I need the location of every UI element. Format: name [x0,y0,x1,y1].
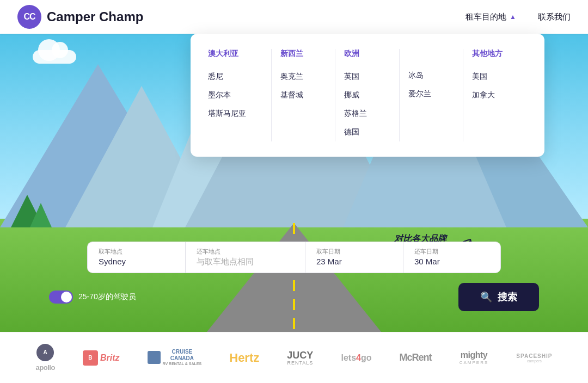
dropdown-col-australia: 澳大利亚 悉尼 墨尔本 塔斯马尼亚 [208,49,272,141]
chevron-down-icon: ▲ [510,13,516,21]
brand-mcrent: McRent [400,352,432,363]
dropdown-col-other: 其他地方 美国 加拿大 [463,49,527,141]
driver-age-toggle[interactable] [49,291,73,304]
bush-left-2 [30,203,52,227]
dropdown-col-nz: 新西兰 奥克兰 基督城 [272,49,335,141]
nav-destinations[interactable]: 租车目的地 ▲ [465,12,516,22]
dropdown-item-iceland[interactable]: 冰岛 [408,66,454,85]
brand-apollo-label: apollo [36,363,55,372]
brand-cruise-canada: CRUISE CANADA RV RENTAL & SALES [148,349,202,366]
dropdown-header-nz: 新西兰 [280,49,326,59]
search-icon: 🔍 [480,291,492,303]
dropdown-item-christchurch[interactable]: 基督城 [280,86,326,104]
dropdown-item-canada[interactable]: 加拿大 [472,86,518,104]
search-bottom-row: 25-70岁的驾驶员 🔍 搜索 [49,283,539,311]
brand-hertz-label: Hertz [229,351,259,365]
search-button[interactable]: 🔍 搜索 [458,283,539,311]
road-center-line [293,223,295,332]
dropdown-col-europe: 欧洲 英国 挪威 苏格兰 德国 [335,49,399,141]
pickup-location-label: 取车地点 [99,248,174,256]
dropdown-item-ireland[interactable]: 爱尔兰 [408,85,454,103]
brand-jucy: JUCY RENTALS [287,350,313,366]
driver-age-label: 25-70岁的驾驶员 [78,292,136,302]
pickup-date-label: 取车日期 [316,248,392,256]
brand-letsgo-label: lets4go [341,353,371,363]
header: CC Camper Champ 租车目的地 ▲ 联系我们 [0,0,588,34]
brands-bar: A apollo B Britz CRUISE CANADA RV RENTAL… [0,332,588,383]
logo-text: Camper Champ [47,9,143,24]
brand-spaceship-label: SPACESHIP [516,353,552,359]
dropdown-item-tasmania[interactable]: 塔斯马尼亚 [208,104,262,123]
dropdown-item-norway[interactable]: 挪威 [344,86,390,104]
logo-area: CC Camper Champ [17,5,465,29]
dropdown-col-europe2: 冰岛 爱尔兰 [400,49,463,141]
dropdown-header-europe2 [408,49,454,58]
pickup-location-value: Sydney [99,257,174,266]
brand-letsgo: lets4go [341,353,371,363]
main-nav: 租车目的地 ▲ 联系我们 [465,12,571,22]
search-fields: 取车地点 Sydney 还车地点 与取车地点相同 取车日期 23 Mar 还车日… [87,242,501,273]
destinations-dropdown: 澳大利亚 悉尼 墨尔本 塔斯马尼亚 新西兰 奥克兰 基督城 欧洲 英国 挪威 苏… [191,34,544,157]
dropdown-item-uk[interactable]: 英国 [344,67,390,86]
cloud-1 [33,50,76,64]
logo-icon: CC [17,5,41,29]
driver-age-toggle-area: 25-70岁的驾驶员 [49,291,136,304]
brand-cruise-canada-label: CRUISE CANADA RV RENTAL & SALES [163,349,202,366]
return-date-label: 还车日期 [414,248,489,256]
pickup-date-field[interactable]: 取车日期 23 Mar [305,242,403,273]
brand-britz: B Britz [83,350,120,366]
dropdown-header-europe: 欧洲 [344,49,390,59]
return-location-field[interactable]: 还车地点 与取车地点相同 [185,242,305,273]
return-location-value: 与取车地点相同 [197,257,294,267]
dropdown-item-germany[interactable]: 德国 [344,123,390,141]
dropdown-item-melbourne[interactable]: 墨尔本 [208,86,262,104]
toggle-knob [61,292,72,302]
pickup-location-field[interactable]: 取车地点 Sydney [87,242,185,273]
brand-mighty: mighty CAMPERS [460,350,489,365]
nav-contact[interactable]: 联系我们 [538,12,571,22]
dropdown-header-australia: 澳大利亚 [208,49,262,59]
brand-britz-label: Britz [100,353,120,363]
return-location-label: 还车地点 [197,248,294,256]
brand-hertz: Hertz [229,351,259,365]
return-date-field[interactable]: 还车日期 30 Mar [403,242,501,273]
brand-spaceship: SPACESHIP campers [516,353,552,363]
brand-mcrent-label: McRent [400,352,432,363]
pickup-date-value: 23 Mar [316,257,392,266]
dropdown-item-usa[interactable]: 美国 [472,67,518,86]
dropdown-header-other: 其他地方 [472,49,518,59]
brand-mighty-label: mighty [460,350,489,360]
dropdown-item-auckland[interactable]: 奥克兰 [280,67,326,86]
return-date-value: 30 Mar [414,257,489,266]
dropdown-item-sydney[interactable]: 悉尼 [208,67,262,86]
dropdown-item-scotland[interactable]: 苏格兰 [344,104,390,123]
brand-apollo: A apollo [36,344,55,372]
dropdown-grid: 澳大利亚 悉尼 墨尔本 塔斯马尼亚 新西兰 奥克兰 基督城 欧洲 英国 挪威 苏… [208,49,527,141]
